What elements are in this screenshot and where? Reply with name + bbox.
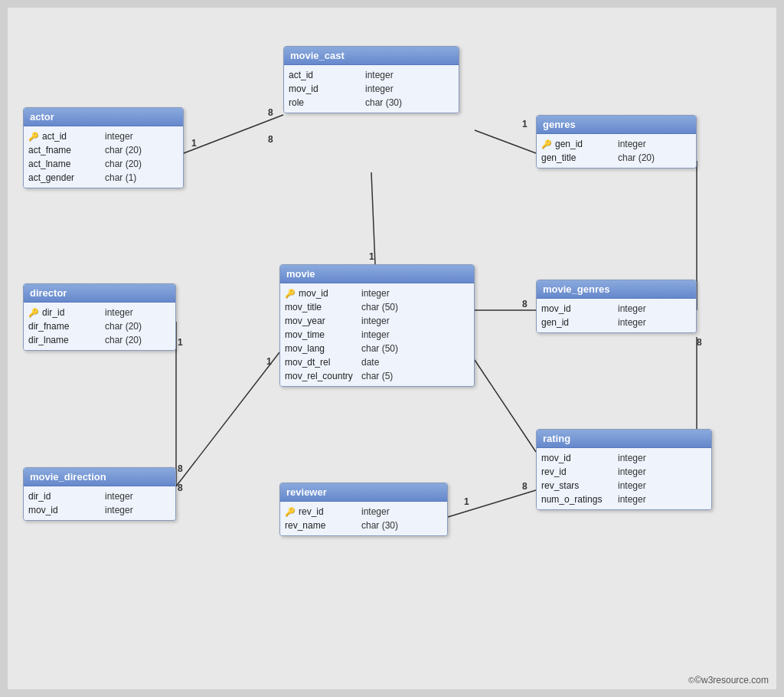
col-name: num_o_ratings: [541, 494, 610, 505]
field-type: char (20): [105, 159, 142, 169]
card-cast-movie-1: 1: [369, 251, 374, 262]
field-name: rev_stars: [541, 480, 579, 491]
field-name: mov_dt_rel: [285, 357, 330, 368]
svg-line-8: [448, 490, 536, 517]
field-type: integer: [105, 307, 133, 318]
col-name: mov_id: [541, 453, 610, 463]
field-type: integer: [365, 70, 394, 80]
table-row: 🔑gen_idinteger: [537, 137, 696, 151]
col-name: 🔑gen_id: [541, 139, 610, 149]
table-row: act_fnamechar (20): [24, 143, 183, 157]
field-type: char (50): [361, 302, 398, 313]
field-type: char (20): [618, 152, 655, 163]
table-genres: genres🔑gen_idintegergen_titlechar (20): [536, 115, 697, 169]
table-row: mov_idinteger: [537, 302, 696, 316]
col-name: mov_time: [285, 329, 354, 340]
col-name: mov_year: [285, 316, 354, 326]
field-type: char (30): [365, 97, 402, 108]
table-header-movie_direction: movie_direction: [24, 468, 175, 486]
table-row: mov_rel_countrychar (5): [280, 369, 474, 383]
table-row: 🔑dir_idinteger: [24, 306, 175, 319]
table-row: mov_dt_reldate: [280, 355, 474, 369]
col-name: mov_dt_rel: [285, 357, 354, 368]
col-name: rev_id: [541, 466, 610, 477]
table-row: dir_fnamechar (20): [24, 319, 175, 333]
table-row: rev_idinteger: [537, 465, 711, 479]
table-row: num_o_ratingsinteger: [537, 492, 711, 506]
table-row: mov_timeinteger: [280, 328, 474, 342]
field-name: act_id: [289, 70, 313, 80]
col-name: mov_id: [28, 505, 97, 515]
col-name: act_gender: [28, 172, 97, 183]
table-row: 🔑act_idinteger: [24, 129, 183, 143]
table-row: gen_idinteger: [537, 316, 696, 329]
col-name: gen_id: [541, 317, 610, 328]
table-body-actor: 🔑act_idintegeract_fnamechar (20)act_lnam…: [24, 126, 183, 188]
table-row: rev_namechar (30): [280, 519, 447, 532]
svg-line-7: [176, 352, 279, 486]
col-name: 🔑mov_id: [285, 288, 354, 299]
field-name: mov_time: [285, 329, 325, 340]
table-header-rating: rating: [537, 430, 711, 448]
field-type: integer: [361, 288, 390, 299]
field-type: integer: [361, 329, 390, 340]
field-name: gen_title: [541, 152, 576, 163]
table-row: mov_langchar (50): [280, 342, 474, 355]
field-name: mov_id: [28, 505, 58, 515]
key-icon: 🔑: [541, 139, 552, 149]
col-name: mov_rel_country: [285, 371, 354, 381]
col-name: act_fname: [28, 145, 97, 155]
table-row: mov_yearinteger: [280, 314, 474, 328]
table-director: director🔑dir_idintegerdir_fnamechar (20)…: [23, 283, 176, 351]
card-actor-cast-1: 1: [191, 138, 197, 149]
field-name: mov_rel_country: [285, 371, 353, 381]
field-name: dir_id: [42, 307, 64, 318]
field-name: rev_id: [541, 466, 567, 477]
card-movie-md-1: 1: [266, 356, 272, 367]
card-dir-1: 1: [178, 337, 183, 348]
field-name: role: [289, 97, 304, 108]
field-name: rev_id: [299, 506, 324, 517]
field-type: integer: [361, 316, 390, 326]
table-body-movie_genres: mov_idintegergen_idinteger: [537, 299, 696, 332]
card-md-8: 8: [178, 463, 183, 474]
card-rating-8: 8: [522, 481, 528, 492]
table-row: gen_titlechar (20): [537, 151, 696, 165]
field-type: integer: [618, 317, 646, 328]
field-name: mov_id: [541, 453, 571, 463]
table-body-genres: 🔑gen_idintegergen_titlechar (20): [537, 134, 696, 168]
table-reviewer: reviewer🔑rev_idintegerrev_namechar (30): [279, 483, 448, 536]
table-row: act_idinteger: [284, 68, 459, 82]
svg-line-1: [371, 172, 375, 264]
table-movie: movie🔑mov_idintegermov_titlechar (50)mov…: [279, 264, 475, 387]
table-body-movie: 🔑mov_idintegermov_titlechar (50)mov_year…: [280, 283, 474, 386]
field-type: integer: [618, 453, 646, 463]
table-row: mov_idinteger: [284, 82, 459, 96]
field-type: char (1): [105, 172, 136, 183]
table-movie_cast: movie_castact_idintegermov_idintegerrole…: [283, 46, 459, 113]
table-header-movie_cast: movie_cast: [284, 47, 459, 65]
card-actor-cast-8: 8: [268, 107, 273, 118]
col-name: mov_title: [285, 302, 354, 313]
svg-line-9: [475, 360, 536, 452]
field-name: mov_id: [289, 83, 318, 94]
field-type: integer: [365, 83, 394, 94]
key-icon: 🔑: [285, 289, 296, 299]
table-body-reviewer: 🔑rev_idintegerrev_namechar (30): [280, 502, 447, 535]
table-body-director: 🔑dir_idintegerdir_fnamechar (20)dir_lnam…: [24, 303, 175, 350]
col-name: 🔑act_id: [28, 131, 97, 142]
col-name: dir_fname: [28, 321, 97, 332]
key-icon: 🔑: [28, 132, 39, 142]
col-name: role: [289, 97, 358, 108]
table-row: mov_titlechar (50): [280, 300, 474, 314]
field-name: act_gender: [28, 172, 74, 183]
table-header-movie: movie: [280, 265, 474, 283]
table-movie_direction: movie_directiondir_idintegermov_idintege…: [23, 467, 176, 521]
field-type: char (20): [105, 335, 142, 345]
table-rating: ratingmov_idintegerrev_idintegerrev_star…: [536, 429, 712, 510]
table-header-reviewer: reviewer: [280, 483, 447, 502]
key-icon: 🔑: [28, 308, 39, 318]
field-type: char (5): [361, 371, 393, 381]
col-name: mov_lang: [285, 343, 354, 354]
field-name: mov_id: [541, 303, 571, 314]
